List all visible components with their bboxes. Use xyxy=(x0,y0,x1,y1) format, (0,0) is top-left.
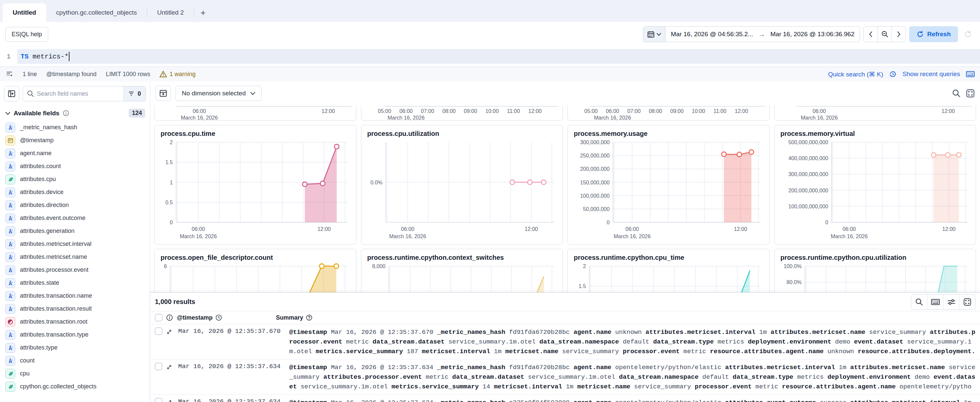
filter-icon xyxy=(128,91,134,96)
quick-search-link[interactable]: Quick search (⌘ K) xyxy=(828,70,883,78)
svg-text:08:00: 08:00 xyxy=(649,108,662,114)
field-filter-button[interactable]: 0 xyxy=(123,86,146,101)
chart-card: process.runtime.cpython.context_switches… xyxy=(361,249,563,292)
field-item[interactable]: #cpu xyxy=(0,367,150,380)
dimension-select-button[interactable]: No dimension selected xyxy=(175,86,262,101)
field-item[interactable]: kattributes.generation xyxy=(0,225,150,238)
row-checkbox[interactable] xyxy=(155,327,162,335)
field-item[interactable]: attributes.transaction.root xyxy=(0,315,150,328)
info-circle-icon[interactable] xyxy=(166,314,173,321)
field-item[interactable]: kattributes.direction xyxy=(0,199,150,211)
tab-cpython-gc-collected-objects[interactable]: cpython.gc.collected_objects xyxy=(46,3,147,22)
timestamp-column-header[interactable]: @timestamp xyxy=(177,314,272,321)
charts-scroll-area[interactable]: 06:0012:00March 16, 202605:0006:0007:000… xyxy=(150,105,980,292)
auto-refresh-button[interactable] xyxy=(961,28,975,41)
date-range-picker: Mar 16, 2026 @ 04:56:35.2... → Mar 16, 2… xyxy=(643,26,860,42)
show-recent-queries-link[interactable]: Show recent queries xyxy=(902,70,960,78)
results-display-options-button[interactable] xyxy=(943,295,959,309)
svg-text:06:00: 06:00 xyxy=(606,108,619,114)
field-item[interactable]: kattributes.state xyxy=(0,276,150,289)
available-fields-header[interactable]: Available fields 124 xyxy=(0,105,150,121)
results-fullscreen-button[interactable] xyxy=(959,295,975,309)
info-circle-icon[interactable] xyxy=(63,110,69,116)
field-item[interactable]: kattributes.count xyxy=(0,160,150,173)
table-row[interactable]: Mar 16, 2026 @ 12:35:37.670@timestamp Ma… xyxy=(150,324,980,359)
refresh-button[interactable]: Refresh xyxy=(909,26,958,42)
svg-text:12:00: 12:00 xyxy=(734,226,747,232)
tab-untitled[interactable]: Untitled xyxy=(3,3,46,22)
svg-text:0: 0 xyxy=(170,219,173,225)
field-search: 0 xyxy=(22,86,146,101)
field-search-input[interactable] xyxy=(34,91,123,97)
svg-text:300,000,000,000: 300,000,000,000 xyxy=(788,172,828,177)
field-item[interactable]: #cpython.gc.collected_objects xyxy=(0,380,150,393)
editor-lines-icon[interactable] xyxy=(5,70,13,78)
fields-sidebar: 0 Available fields 124 k_metric_names_ha… xyxy=(0,81,150,402)
field-name: attributes.processor.event xyxy=(20,267,88,273)
table-row[interactable]: Mar 16, 2026 @ 12:35:37.634@timestamp Ma… xyxy=(150,359,980,395)
results-keyboard-button[interactable] xyxy=(927,295,943,309)
query-keyword: TS xyxy=(21,53,29,60)
field-item[interactable]: kattributes.device xyxy=(0,186,150,199)
row-checkbox[interactable] xyxy=(155,363,162,370)
summary-column-header[interactable]: Summary xyxy=(276,314,312,321)
date-from-button[interactable]: Mar 16, 2026 @ 04:56:35.2... xyxy=(665,27,758,42)
collapse-sidebar-button[interactable] xyxy=(4,86,19,101)
field-item[interactable]: kcount xyxy=(0,354,150,367)
panel-up-icon xyxy=(159,90,167,97)
svg-text:06:00: 06:00 xyxy=(192,108,206,114)
svg-text:06:00: 06:00 xyxy=(842,226,856,232)
keyword-field-type-icon: k xyxy=(5,278,15,288)
esql-help-button[interactable]: ES|QL help xyxy=(5,27,48,42)
field-name: @timestamp xyxy=(20,137,54,144)
svg-text:March 16, 2026: March 16, 2026 xyxy=(180,234,217,239)
field-item[interactable]: kattributes.transaction.type xyxy=(0,328,150,341)
tab-untitled-2[interactable]: Untitled 2 xyxy=(147,3,194,22)
field-item[interactable]: @timestamp xyxy=(0,134,150,147)
expand-row-button[interactable] xyxy=(166,398,174,402)
field-item[interactable]: kagent.name xyxy=(0,147,150,160)
history-clock-icon[interactable] xyxy=(889,70,897,78)
field-item[interactable]: k_metric_names_hash xyxy=(0,121,150,134)
field-item[interactable]: kattributes.type xyxy=(0,341,150,354)
field-item[interactable]: kattributes.metricset.name xyxy=(0,251,150,264)
svg-text:80.0%: 80.0% xyxy=(786,280,802,285)
query-line[interactable]: TS metrics-* xyxy=(17,49,980,64)
field-name: attributes.event.outcome xyxy=(20,215,86,222)
expand-row-button[interactable] xyxy=(166,363,174,392)
keyboard-icon[interactable] xyxy=(966,71,975,78)
calendar-menu-button[interactable] xyxy=(643,27,665,42)
row-checkbox[interactable] xyxy=(155,398,162,402)
field-item[interactable]: kattributes.event.outcome xyxy=(0,211,150,225)
date-to-button[interactable]: Mar 16, 2026 @ 13:06:36.962 xyxy=(765,27,860,42)
select-all-checkbox[interactable] xyxy=(155,314,162,321)
tab-bar: Untitledcpython.gc.collected_objectsUnti… xyxy=(0,0,980,22)
field-item[interactable]: kattributes.processor.event xyxy=(0,264,150,276)
svg-text:300,000,000: 300,000,000 xyxy=(580,140,610,145)
zoom-out-icon xyxy=(881,30,889,38)
warning-status[interactable]: 1 warning xyxy=(159,71,196,78)
field-item[interactable]: kattributes.metricset.interval xyxy=(0,238,150,251)
field-item[interactable]: kattributes.transaction.result xyxy=(0,302,150,315)
svg-text:March 16, 2026: March 16, 2026 xyxy=(181,115,218,121)
time-zoom-out-button[interactable] xyxy=(878,27,892,42)
svg-text:8,000: 8,000 xyxy=(372,264,385,269)
move-panel-button[interactable] xyxy=(156,86,171,101)
fullscreen-icon[interactable] xyxy=(966,89,975,98)
add-tab-button[interactable]: + xyxy=(194,3,212,22)
field-item[interactable]: #attributes.cpu xyxy=(0,173,150,186)
time-prev-button[interactable] xyxy=(864,27,878,42)
esql-editor[interactable]: 1 TS metrics-* xyxy=(0,46,980,67)
table-row[interactable]: Mar 16, 2026 @ 12:35:37.634@timestamp Ma… xyxy=(150,395,980,402)
svg-text:200,000,000: 200,000,000 xyxy=(580,166,610,172)
svg-text:1.5: 1.5 xyxy=(165,159,173,165)
field-item[interactable]: kattributes.transaction.name xyxy=(0,289,150,302)
expand-row-button[interactable] xyxy=(166,327,174,356)
chart-plot: 100.0%80.0%60.0%40.0%20.0%0.0%06:0012:00… xyxy=(779,263,971,292)
number-field-type-icon: # xyxy=(5,175,15,184)
chart-title: process.open_file_descriptor.count xyxy=(161,254,352,261)
time-next-button[interactable] xyxy=(892,27,905,42)
chart-search-icon[interactable] xyxy=(952,89,961,98)
results-search-button[interactable] xyxy=(911,295,927,309)
chart-title: process.runtime.cpython.context_switches xyxy=(368,254,558,261)
